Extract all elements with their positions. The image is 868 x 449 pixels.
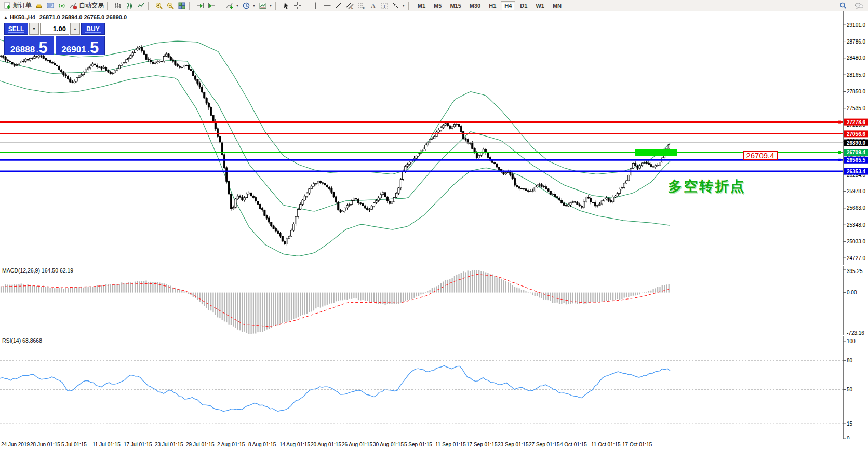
time-axis[interactable]: 24 Jun 201928 Jun 01:155 Jul 01:1511 Jul…: [0, 440, 868, 449]
auto-trading-button[interactable]: 自动交易: [68, 1, 105, 11]
chart-title: ▲HK50-,H426871.0 26894.0 26765.0 26890.0: [4, 14, 127, 20]
market-depth-button[interactable]: [45, 1, 56, 11]
tile-windows-icon: [178, 2, 186, 10]
arrows-tool-button[interactable]: ▼: [390, 1, 407, 11]
timeframe-button-MN[interactable]: MN: [549, 1, 565, 10]
svg-text:RSI(14) 68.8668: RSI(14) 68.8668: [2, 337, 42, 344]
fibonacci-icon: F: [357, 2, 366, 10]
tile-windows-button[interactable]: [176, 1, 188, 11]
equidistant-channel-icon: E: [346, 2, 354, 10]
buy-price-display[interactable]: 26901 . 5: [56, 36, 105, 55]
symbol-period-label: HK50-,H4: [10, 14, 35, 20]
zoom-in-button[interactable]: [153, 1, 165, 11]
top-toolbar: 新订单 自动交易 ▼ ▼: [0, 0, 868, 11]
candlestick-mode-button[interactable]: [124, 1, 135, 11]
timeframe-button-H1[interactable]: H1: [485, 1, 500, 10]
timeframe-button-H4[interactable]: H4: [501, 1, 515, 10]
toolbar-separator: [408, 2, 412, 10]
sell-price-fraction: 5: [38, 41, 47, 54]
volume-decrease-button[interactable]: ▼: [29, 23, 39, 35]
sell-price-display[interactable]: 26888 . 5: [4, 36, 54, 55]
svg-text:27278.6: 27278.6: [847, 119, 866, 125]
time-axis-label: 23 Jul 01:15: [155, 442, 183, 447]
time-axis-label: 28 Jun 01:15: [30, 442, 60, 447]
search-button[interactable]: [837, 1, 849, 11]
gold-ingot-button[interactable]: [33, 1, 45, 11]
periods-button[interactable]: ▼: [241, 1, 257, 11]
bar-chart-mode-button[interactable]: [112, 1, 124, 11]
signals-button[interactable]: [56, 1, 68, 11]
time-axis-label: 11 Jul 01:15: [92, 442, 121, 447]
auto-trading-icon: [69, 2, 77, 10]
svg-text:-723.16: -723.16: [847, 330, 864, 335]
ohlc-values: 26871.0 26894.0 26765.0 26890.0: [39, 14, 127, 20]
sell-button[interactable]: SELL: [4, 23, 28, 35]
search-icon: [839, 2, 847, 10]
svg-text:395.25: 395.25: [847, 268, 863, 274]
indicators-icon: [225, 2, 234, 10]
templates-button[interactable]: ▼: [257, 1, 274, 11]
pane-separator[interactable]: [0, 335, 868, 336]
toolbar-separator: [275, 2, 279, 10]
timeframe-button-M30[interactable]: M30: [466, 1, 484, 10]
time-axis-label: 26 Aug 01:15: [342, 442, 372, 447]
crosshair-tool-button[interactable]: [292, 1, 303, 11]
indicators-button[interactable]: ▼: [224, 1, 241, 11]
time-axis-label: 11 Oct 01:15: [591, 442, 621, 447]
svg-text:28165.0: 28165.0: [847, 72, 866, 78]
svg-text:25348.0: 25348.0: [847, 222, 866, 228]
zoom-out-button[interactable]: [165, 1, 176, 11]
chart-shift-icon: [207, 2, 216, 10]
text-tool-button[interactable]: A: [367, 1, 379, 11]
line-chart-mode-button[interactable]: [135, 1, 146, 11]
auto-scroll-button[interactable]: [194, 1, 206, 11]
timeframe-button-D1[interactable]: D1: [516, 1, 531, 10]
time-axis-label: 17 Oct 01:15: [622, 442, 652, 447]
time-axis-label: 14 Aug 01:15: [279, 442, 310, 447]
arrows-icon: [392, 2, 400, 10]
time-axis-label: 30 Aug 01:15: [373, 442, 404, 447]
timeframe-button-M1[interactable]: M1: [414, 1, 429, 10]
time-axis-label: 27 Sep 01:15: [529, 442, 560, 447]
svg-text:MACD(12,26,9) 164.50 62.19: MACD(12,26,9) 164.50 62.19: [2, 267, 73, 274]
timeframe-button-M5[interactable]: M5: [430, 1, 445, 10]
toolbar-separator: [305, 2, 309, 10]
price-level-annotation: 26709.4: [743, 151, 778, 160]
rsi-indicator-pane[interactable]: RSI(14) 68.86681008050150: [0, 336, 868, 439]
time-axis-label: 20 Aug 01:15: [311, 442, 341, 447]
volume-increase-button[interactable]: ▲: [70, 23, 80, 35]
toolbar-separator: [219, 2, 222, 10]
volume-input[interactable]: [40, 23, 69, 35]
cursor-icon: [282, 2, 290, 10]
trendline-tool-button[interactable]: [333, 1, 344, 11]
svg-text:27535.0: 27535.0: [847, 105, 866, 111]
candlestick-icon: [125, 2, 133, 10]
clock-icon: [242, 2, 250, 10]
buy-button[interactable]: BUY: [81, 23, 105, 35]
vertical-line-tool-button[interactable]: [310, 1, 322, 11]
new-order-button[interactable]: 新订单: [2, 1, 33, 11]
pane-separator[interactable]: [0, 265, 868, 266]
chart-shift-button[interactable]: [206, 1, 217, 11]
svg-text:29101.0: 29101.0: [847, 22, 866, 28]
text-label-tool-button[interactable]: T: [379, 1, 390, 11]
time-axis-label: 24 Jun 2019: [1, 442, 30, 447]
horizontal-line-tool-button[interactable]: [322, 1, 333, 11]
buy-price-main: 26901: [61, 45, 86, 54]
horizontal-line-icon: [323, 2, 331, 10]
svg-text:27850.0: 27850.0: [847, 89, 866, 94]
svg-text:25663.0: 25663.0: [847, 205, 866, 211]
channel-tool-button[interactable]: E: [344, 1, 356, 11]
svg-text:25978.0: 25978.0: [847, 188, 866, 194]
gold-ingot-icon: [35, 2, 43, 10]
price-chart-pane[interactable]: 29101.028786.028480.028165.027850.027535…: [0, 11, 868, 265]
new-order-label: 新订单: [13, 1, 32, 10]
timeframe-button-M15[interactable]: M15: [446, 1, 464, 10]
svg-text:28480.0: 28480.0: [847, 55, 866, 61]
timeframe-button-W1[interactable]: W1: [532, 1, 548, 10]
auto-trading-label: 自动交易: [79, 1, 104, 10]
macd-indicator-pane[interactable]: MACD(12,26,9) 164.50 62.19395.250.00-723…: [0, 266, 868, 335]
cursor-tool-button[interactable]: [281, 1, 292, 11]
chat-button[interactable]: [853, 1, 865, 11]
fibonacci-tool-button[interactable]: F: [356, 1, 367, 11]
